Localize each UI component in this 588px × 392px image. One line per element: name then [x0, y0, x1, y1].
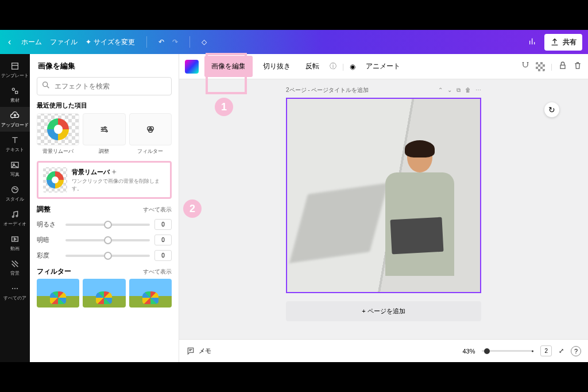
nav-audio[interactable]: オーディオ — [0, 206, 30, 230]
resize-menu[interactable]: ✦ サイズを変更 — [86, 37, 134, 47]
svg-point-6 — [14, 188, 14, 189]
bottom-bar: メモ 43% 2 ⤢ ? — [179, 339, 588, 362]
home-link[interactable]: ホーム — [21, 37, 42, 47]
canvas-page[interactable] — [286, 98, 481, 293]
effects-icon[interactable] — [521, 61, 530, 72]
zoom-slider[interactable] — [482, 350, 533, 352]
panel-title: 画像を編集 — [30, 54, 179, 77]
left-nav-rail: テンプレート 素材 アップロード テキスト 写真 スタイル オーディオ 動画 背… — [0, 54, 30, 362]
crop-button[interactable]: 切り抜き — [258, 58, 295, 75]
svg-point-7 — [16, 189, 16, 190]
svg-rect-21 — [560, 65, 565, 68]
analytics-icon[interactable] — [528, 37, 537, 48]
animate-icon: ◉ — [350, 63, 355, 71]
nav-background[interactable]: 背景 — [0, 255, 30, 280]
filter-section-title: フィルター — [37, 267, 71, 276]
nav-style[interactable]: スタイル — [0, 181, 30, 206]
svg-point-15 — [105, 126, 106, 128]
share-button[interactable]: 共有 — [544, 34, 582, 51]
recent-adjust[interactable]: 調整 — [83, 113, 125, 155]
svg-point-14 — [43, 82, 48, 87]
back-button[interactable]: ‹ — [6, 37, 13, 47]
animate-button[interactable]: アニメート — [361, 58, 405, 75]
help-icon[interactable]: ? — [571, 346, 581, 356]
adjust-show-all[interactable]: すべて表示 — [143, 206, 172, 214]
recent-label: 最近使用した項目 — [37, 101, 172, 110]
filter-thumb[interactable] — [37, 279, 79, 308]
effects-search-input[interactable] — [37, 77, 172, 95]
canvas-area: 画像を編集 切り抜き 反転 ⓘ | ◉ アニメート | 2ページ - ページタイ… — [179, 54, 588, 362]
svg-point-8 — [12, 216, 14, 218]
search-icon — [41, 80, 51, 92]
brightness-slider[interactable] — [65, 224, 150, 226]
svg-point-17 — [106, 130, 108, 132]
page-count[interactable]: 2 — [540, 345, 552, 356]
annotation-1: 1 — [215, 98, 233, 116]
delete-page-icon[interactable]: 🗑 — [465, 87, 471, 94]
svg-point-11 — [12, 288, 13, 289]
refresh-icon[interactable]: ↻ — [544, 102, 559, 117]
svg-point-1 — [12, 88, 14, 90]
page-up-icon[interactable]: ⌃ — [438, 87, 443, 94]
svg-rect-0 — [12, 63, 18, 70]
nav-templates[interactable]: テンプレート — [0, 57, 30, 82]
svg-point-12 — [14, 288, 16, 289]
contrast-slider[interactable] — [65, 239, 150, 241]
nav-video[interactable]: 動画 — [0, 230, 30, 255]
filter-thumb[interactable] — [129, 279, 172, 308]
bg-remover-card[interactable]: 背景リムーバ ✦ ワンクリックで画像の背景を削除します。 — [37, 161, 172, 199]
nav-more[interactable]: すべてのア — [0, 280, 30, 305]
fullscreen-icon[interactable]: ⤢ — [559, 347, 564, 355]
recent-filter[interactable]: フィルター — [129, 113, 172, 155]
page-title-label[interactable]: 2ページ - ページタイトルを追加 — [286, 86, 369, 94]
flip-button[interactable]: 反転 — [301, 58, 324, 75]
lock-icon[interactable] — [558, 61, 567, 72]
svg-rect-2 — [16, 91, 18, 94]
nav-photo[interactable]: 写真 — [0, 156, 30, 181]
page-down-icon[interactable]: ⌄ — [447, 87, 452, 94]
filter-show-all[interactable]: すべて表示 — [143, 268, 172, 276]
undo-button[interactable]: ↶ — [158, 38, 164, 46]
notes-icon[interactable] — [186, 346, 195, 356]
saturation-slider[interactable] — [65, 255, 150, 257]
file-menu[interactable]: ファイル — [50, 37, 78, 47]
svg-point-16 — [102, 129, 104, 130]
nav-text[interactable]: テキスト — [0, 132, 30, 156]
svg-rect-10 — [12, 237, 18, 241]
notes-button[interactable]: メモ — [199, 347, 211, 355]
svg-point-5 — [12, 187, 18, 193]
paint-icon[interactable]: ◇ — [202, 38, 207, 46]
color-picker[interactable] — [185, 60, 199, 74]
svg-point-13 — [17, 288, 18, 289]
adjust-section-title: 調整 — [37, 205, 51, 214]
zoom-label: 43% — [462, 348, 475, 355]
duplicate-page-icon[interactable]: ⧉ — [457, 87, 461, 94]
transparency-icon[interactable] — [536, 62, 545, 71]
top-header: ‹ ホーム ファイル ✦ サイズを変更 ↶ ↷ ◇ 共有 — [0, 30, 588, 54]
annotation-2: 2 — [183, 199, 202, 218]
redo-button[interactable]: ↷ — [172, 38, 178, 46]
upload-icon — [550, 37, 559, 47]
recent-bg-remover[interactable]: 背景リムーバ — [37, 113, 79, 155]
info-icon[interactable]: ⓘ — [330, 62, 336, 71]
page-more-icon[interactable]: ⋯ — [475, 87, 481, 94]
nav-upload[interactable]: アップロード — [0, 107, 30, 132]
nav-elements[interactable]: 素材 — [0, 82, 30, 107]
add-page-button[interactable]: + ページを追加 — [286, 301, 481, 321]
delete-icon[interactable] — [573, 61, 582, 72]
edit-image-panel: 画像を編集 最近使用した項目 背景リムーバ 調整 フィルター 背景リムーバ ✦ — [30, 54, 179, 362]
svg-point-9 — [16, 215, 18, 217]
filter-thumb[interactable] — [83, 279, 125, 308]
